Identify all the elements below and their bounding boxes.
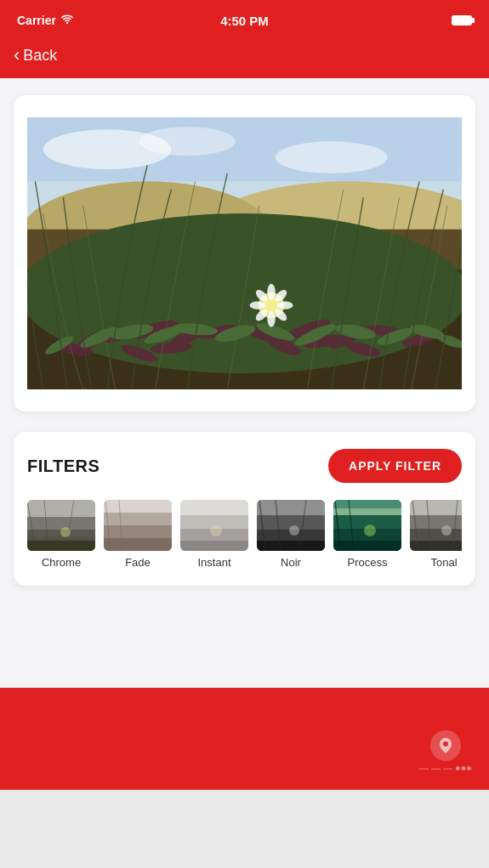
svg-rect-59 bbox=[104, 538, 172, 551]
watermark-text: — — — ●●● bbox=[419, 763, 472, 773]
svg-rect-65 bbox=[180, 541, 248, 551]
svg-point-40 bbox=[277, 301, 293, 309]
status-time: 4:50 PM bbox=[220, 14, 269, 28]
svg-point-38 bbox=[267, 311, 275, 327]
bottom-area: — — — ●●● bbox=[0, 688, 489, 790]
svg-point-47 bbox=[276, 141, 388, 173]
filter-thumbnails-container: Chrome Fade bbox=[27, 500, 462, 572]
status-bar: Carrier 4:50 PM bbox=[0, 0, 489, 37]
filter-thumb-noir bbox=[257, 500, 325, 551]
watermark: — — — ●●● bbox=[419, 730, 472, 773]
svg-point-82 bbox=[364, 525, 376, 536]
battery-indicator bbox=[452, 15, 472, 26]
filters-title: FILTERS bbox=[27, 457, 100, 476]
filter-item-fade[interactable]: Fade bbox=[104, 500, 172, 569]
wifi-icon bbox=[60, 14, 74, 27]
filter-thumb-process bbox=[333, 500, 401, 551]
image-preview bbox=[27, 109, 462, 398]
filter-thumb-tonal bbox=[410, 500, 462, 551]
image-preview-card bbox=[14, 95, 475, 411]
svg-point-90 bbox=[441, 525, 452, 536]
svg-point-46 bbox=[139, 127, 236, 156]
filter-item-process[interactable]: Process bbox=[333, 500, 401, 569]
filter-label-tonal: Tonal bbox=[430, 556, 457, 569]
filter-label-noir: Noir bbox=[281, 556, 301, 569]
svg-rect-70 bbox=[257, 541, 325, 551]
filter-item-tonal[interactable]: Tonal bbox=[410, 500, 462, 569]
svg-point-66 bbox=[210, 525, 222, 536]
carrier-label: Carrier bbox=[17, 14, 56, 27]
filter-label-fade: Fade bbox=[125, 556, 151, 569]
filter-thumb-fade bbox=[104, 500, 172, 551]
svg-rect-51 bbox=[27, 541, 95, 551]
filter-item-chrome[interactable]: Chrome bbox=[27, 500, 95, 569]
svg-rect-79 bbox=[333, 541, 401, 551]
filter-label-process: Process bbox=[348, 556, 388, 569]
back-label: Back bbox=[23, 47, 57, 65]
filter-item-instant[interactable]: Instant bbox=[180, 500, 248, 569]
svg-point-91 bbox=[443, 741, 448, 746]
svg-point-74 bbox=[289, 525, 299, 536]
navigation-header: ‹ Back bbox=[0, 37, 489, 78]
main-content: FILTERS APPLY FILTER bbox=[0, 78, 489, 688]
back-chevron-icon: ‹ bbox=[14, 46, 20, 65]
carrier-info: Carrier bbox=[17, 14, 74, 27]
filter-thumb-instant bbox=[180, 500, 248, 551]
svg-point-55 bbox=[60, 527, 71, 537]
back-button[interactable]: ‹ Back bbox=[14, 46, 57, 65]
watermark-logo bbox=[430, 730, 461, 761]
filter-label-instant: Instant bbox=[197, 556, 230, 569]
filter-label-chrome: Chrome bbox=[42, 556, 81, 569]
filter-item-noir[interactable]: Noir bbox=[257, 500, 325, 569]
svg-point-39 bbox=[250, 301, 266, 309]
filters-header: FILTERS APPLY FILTER bbox=[27, 449, 462, 483]
svg-point-37 bbox=[267, 284, 275, 300]
filter-thumb-chrome bbox=[27, 500, 95, 551]
apply-filter-button[interactable]: APPLY FILTER bbox=[328, 449, 462, 483]
photo-scene bbox=[27, 109, 462, 398]
filters-section: FILTERS APPLY FILTER bbox=[14, 432, 475, 586]
